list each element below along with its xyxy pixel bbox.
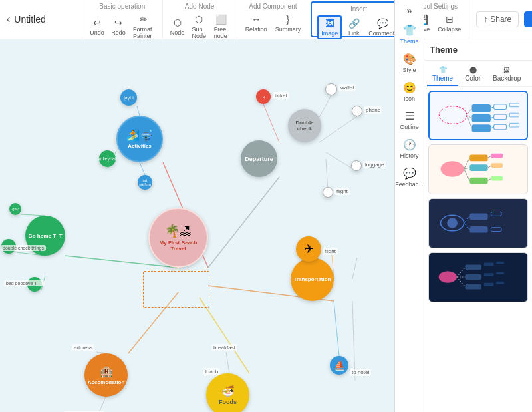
svg-rect-29 bbox=[472, 124, 491, 132]
theme-card-4[interactable] bbox=[428, 252, 528, 302]
double-check-node[interactable]: Double check bbox=[288, 109, 321, 142]
luggage-node[interactable] bbox=[323, 187, 333, 198]
svg-point-63 bbox=[439, 271, 457, 283]
svg-rect-49 bbox=[491, 154, 503, 158]
format-painter-button[interactable]: ✏ Format Painter bbox=[130, 13, 157, 41]
svg-rect-45 bbox=[469, 178, 487, 184]
volleyball-node[interactable]: volleyball bbox=[99, 150, 116, 167]
tab-color[interactable]: ⬤ Color bbox=[460, 63, 486, 86]
gay-node[interactable]: gay bbox=[9, 203, 21, 215]
collapse-icon: ⊟ bbox=[446, 14, 454, 25]
node-icon: ⬡ bbox=[174, 17, 182, 28]
theme-card-2[interactable] bbox=[428, 144, 528, 194]
to-hotel-float-label: to hotel bbox=[350, 369, 371, 376]
svg-line-5 bbox=[128, 292, 178, 353]
svg-line-37 bbox=[491, 117, 494, 118]
header: ‹ Untitled Basic operation ↩ Undo ↪ Redo… bbox=[0, 0, 532, 39]
passport-node[interactable]: ✕ bbox=[256, 89, 271, 104]
svg-line-30 bbox=[467, 108, 472, 115]
svg-rect-40 bbox=[509, 113, 519, 117]
summary-button[interactable]: } Summary bbox=[273, 13, 304, 34]
tab-color-icon: ⬤ bbox=[469, 66, 477, 73]
transportation-label: Transportation bbox=[291, 274, 333, 285]
svg-rect-41 bbox=[509, 123, 519, 127]
tab-theme[interactable]: 👕 Theme bbox=[427, 63, 458, 86]
toolbar-addnode-buttons: ⬡ Node ⬡ Sub Node ⬜ Free node bbox=[168, 13, 231, 41]
passport-label: ✕ bbox=[262, 95, 265, 99]
sidebar-item-theme[interactable]: 👕 Theme bbox=[396, 39, 423, 47]
svg-rect-65 bbox=[466, 274, 481, 280]
wallet-node[interactable] bbox=[352, 106, 362, 116]
sidebar-item-outline[interactable]: ☰ Outline bbox=[396, 107, 423, 133]
gay-label: gay bbox=[12, 207, 19, 211]
svg-line-46 bbox=[464, 158, 470, 169]
main-area: 🌴🏖 My First Beach Travel 🏄🤿 Activities D… bbox=[0, 39, 532, 412]
wallet-float-label: phone bbox=[364, 106, 382, 114]
canvas[interactable]: 🌴🏖 My First Beach Travel 🏄🤿 Activities D… bbox=[0, 39, 424, 412]
accomodation-label: Accomodation bbox=[85, 379, 128, 385]
svg-line-11 bbox=[319, 116, 357, 142]
flight-icon-node[interactable]: ✈ bbox=[296, 236, 321, 262]
svg-line-22 bbox=[96, 395, 106, 412]
accomodation-node[interactable]: 🏨 Accomodation bbox=[84, 353, 128, 397]
foods-node[interactable]: 🍜 Foods bbox=[206, 373, 249, 412]
svg-rect-57 bbox=[469, 226, 487, 233]
phone-node[interactable] bbox=[351, 160, 362, 171]
panel-header: Theme bbox=[424, 39, 532, 61]
back-button[interactable]: ‹ bbox=[7, 13, 10, 25]
theme-card-1[interactable] bbox=[428, 91, 528, 140]
svg-line-52 bbox=[488, 156, 491, 158]
departure-node[interactable]: Departure bbox=[241, 140, 277, 177]
history-label: History bbox=[400, 152, 418, 159]
transportation-node[interactable]: Transportation bbox=[291, 258, 334, 301]
toolbar-basic-label: Basic operation bbox=[99, 3, 145, 10]
passport-float-label: ticket bbox=[273, 92, 289, 99]
svg-line-8 bbox=[140, 162, 145, 175]
relation-button[interactable]: ↔ Relation bbox=[243, 13, 270, 34]
toolbar-addnode-label: Add Node bbox=[185, 3, 214, 10]
freenode-icon: ⬜ bbox=[215, 14, 227, 25]
ticket-float-label: wallet bbox=[338, 84, 356, 91]
sidebar-item-icon[interactable]: 😊 Icon bbox=[396, 79, 423, 104]
ticket-node[interactable] bbox=[325, 83, 337, 95]
sidebar-item-feedback[interactable]: 💬 Feedbac... bbox=[396, 164, 423, 190]
share-icon: ↑ bbox=[483, 15, 487, 24]
theme-card-3[interactable] bbox=[428, 198, 528, 248]
boat-icon-node[interactable]: ⛵ bbox=[330, 356, 348, 375]
export-button[interactable]: ⬆ Export bbox=[524, 11, 532, 27]
theme-tabs: 👕 Theme ⬤ Color 🖼 Backdrop bbox=[424, 61, 532, 87]
jaybi-node[interactable]: jaybi bbox=[120, 89, 137, 106]
link-button[interactable]: 🔗 Link bbox=[344, 17, 363, 38]
central-label: My First Beach Travel bbox=[150, 240, 207, 252]
sidebar-item-history[interactable]: 🕐 History bbox=[396, 136, 423, 162]
collapse-button[interactable]: ⊟ Collapse bbox=[435, 13, 464, 34]
redo-button[interactable]: ↪ Redo bbox=[109, 16, 128, 37]
svg-point-42 bbox=[441, 161, 464, 176]
art-surfing-node[interactable]: art surfing bbox=[138, 175, 152, 190]
svg-line-48 bbox=[464, 169, 470, 181]
svg-line-4 bbox=[200, 298, 249, 373]
svg-rect-75 bbox=[496, 282, 504, 284]
share-label: Share bbox=[490, 15, 511, 24]
tab-theme-label: Theme bbox=[432, 75, 453, 82]
central-node[interactable]: 🌴🏖 My First Beach Travel bbox=[148, 208, 208, 268]
subnode-button[interactable]: ⬡ Sub Node bbox=[190, 13, 209, 41]
subnode-label: Sub Node bbox=[192, 26, 206, 39]
image-button[interactable]: 🖼 Image bbox=[317, 15, 342, 39]
node-button[interactable]: ⬡ Node bbox=[168, 16, 187, 37]
share-button[interactable]: ↑ Share bbox=[476, 11, 519, 27]
activities-node[interactable]: 🏄🤿 Activities bbox=[116, 116, 163, 162]
sidebar-item-style[interactable]: 🎨 Style bbox=[396, 50, 423, 76]
side-strip: » 👕 Theme 🎨 Style 😊 Icon ☰ Outline 🕐 His… bbox=[394, 39, 424, 412]
undo-button[interactable]: ↩ Undo bbox=[88, 16, 106, 37]
svg-line-32 bbox=[467, 115, 472, 128]
history-icon: 🕐 bbox=[403, 138, 416, 151]
freenode-button[interactable]: ⬜ Free node bbox=[211, 13, 231, 41]
svg-rect-35 bbox=[494, 124, 507, 130]
outline-label: Outline bbox=[400, 124, 419, 130]
theme-panel: Theme 👕 Theme ⬤ Color 🖼 Backdrop bbox=[424, 39, 532, 412]
svg-line-59 bbox=[464, 223, 470, 230]
node-label: Node bbox=[170, 29, 185, 36]
toolbar-basic-operation: Basic operation ↩ Undo ↪ Redo ✏ Format P… bbox=[82, 0, 163, 39]
tab-backdrop[interactable]: 🖼 Backdrop bbox=[487, 63, 526, 86]
